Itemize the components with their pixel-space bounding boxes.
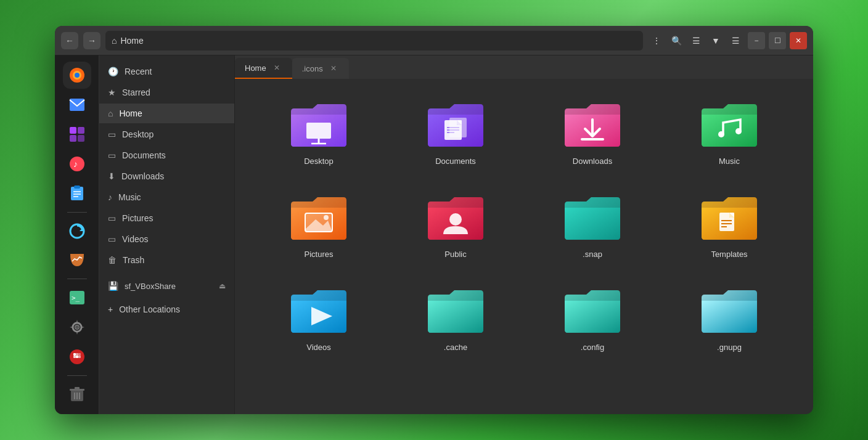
- view-dropdown-button[interactable]: ▼: [707, 32, 724, 49]
- folder-public[interactable]: Public: [390, 184, 521, 265]
- documents-icon: ▭: [108, 150, 116, 160]
- svg-rect-24: [76, 353, 78, 356]
- back-button[interactable]: ←: [61, 32, 78, 49]
- folder-public-label: Public: [444, 250, 466, 259]
- sidebar-item-vboxshare[interactable]: 💾 sf_VBoxShare ⏏: [99, 276, 234, 296]
- svg-point-46: [718, 131, 724, 137]
- svg-point-51: [449, 213, 462, 226]
- taskbar-music[interactable]: ♪: [63, 150, 91, 177]
- folder-documents-icon: [422, 97, 489, 153]
- sidebar-label-desktop: Desktop: [122, 129, 154, 139]
- sidebar-item-recent[interactable]: 🕐 Recent: [99, 62, 234, 81]
- folder-pictures[interactable]: Pictures: [253, 184, 384, 265]
- folder-templates-icon: [695, 190, 763, 246]
- videos-icon: ▭: [108, 234, 116, 244]
- menu-button[interactable]: ☰: [727, 32, 744, 49]
- folder-downloads-icon: [559, 97, 626, 153]
- folder-gnupg[interactable]: .gnupg: [664, 277, 795, 358]
- folder-pictures-icon: [285, 190, 353, 246]
- svg-rect-31: [75, 387, 80, 389]
- folder-templates[interactable]: Templates: [664, 184, 795, 265]
- folder-cache-icon: [422, 283, 489, 339]
- sidebar-item-downloads[interactable]: ⬇ Downloads: [99, 166, 234, 186]
- taskbar-firefox[interactable]: [63, 62, 91, 89]
- search-button[interactable]: 🔍: [668, 32, 685, 49]
- taskbar-appgrid[interactable]: [63, 343, 91, 370]
- starred-icon: ★: [108, 88, 116, 97]
- tab-home-close[interactable]: ✕: [271, 62, 282, 73]
- file-grid: Desktop: [235, 79, 813, 414]
- sidebar-other-locations[interactable]: + Other Locations: [99, 299, 234, 319]
- tab-icons[interactable]: .icons ✕: [292, 58, 349, 79]
- svg-rect-26: [73, 356, 76, 358]
- folder-config[interactable]: .config: [527, 277, 658, 358]
- eject-button[interactable]: ⏏: [219, 282, 226, 290]
- folder-cache-label: .cache: [444, 343, 467, 352]
- sidebar-item-trash[interactable]: 🗑 Trash: [99, 250, 234, 270]
- sidebar-label-videos: Videos: [122, 234, 149, 244]
- sidebar-label-pictures: Pictures: [122, 213, 154, 223]
- maximize-button[interactable]: ☐: [769, 32, 786, 49]
- forward-button[interactable]: →: [83, 32, 100, 49]
- taskbar-separator-3: [67, 375, 87, 376]
- sidebar-label-recent: Recent: [125, 67, 152, 76]
- titlebar: ← → ⌂ Home ⋮ 🔍 ☰ ▼ ☰ − ☐ ✕: [55, 26, 813, 55]
- tab-home[interactable]: Home ✕: [235, 58, 292, 79]
- taskbar-trash[interactable]: [63, 381, 91, 408]
- svg-rect-27: [76, 356, 78, 358]
- sidebar-item-videos[interactable]: ▭ Videos: [99, 229, 234, 249]
- folder-videos[interactable]: Videos: [253, 277, 384, 358]
- tab-home-label: Home: [245, 63, 266, 73]
- content-area: Home ✕ .icons ✕: [235, 55, 813, 414]
- sidebar-item-starred[interactable]: ★ Starred: [99, 83, 234, 102]
- folder-desktop-icon: [285, 97, 353, 153]
- svg-rect-25: [78, 353, 81, 356]
- minimize-button[interactable]: −: [748, 32, 765, 49]
- folder-documents-label: Documents: [435, 157, 476, 166]
- folder-music-label: Music: [719, 157, 740, 166]
- view-list-button[interactable]: ☰: [687, 32, 705, 49]
- taskbar-settings[interactable]: [63, 314, 91, 341]
- svg-rect-43: [449, 118, 467, 137]
- folder-config-label: .config: [581, 343, 604, 352]
- tab-icons-close[interactable]: ✕: [328, 63, 339, 74]
- sidebar-item-home[interactable]: ⌂ Home: [99, 104, 234, 123]
- folder-documents[interactable]: Documents: [390, 91, 521, 172]
- sidebar-item-documents[interactable]: ▭ Documents: [99, 145, 234, 165]
- svg-rect-3: [70, 99, 84, 111]
- taskbar-workspace[interactable]: [63, 121, 91, 148]
- taskbar-monitor[interactable]: [63, 246, 91, 274]
- taskbar-mail[interactable]: [63, 91, 91, 118]
- sidebar-item-pictures[interactable]: ▭ Pictures: [99, 208, 234, 228]
- folder-cache[interactable]: .cache: [390, 277, 521, 358]
- menu-dots-button[interactable]: ⋮: [648, 32, 665, 49]
- taskbar: ♪: [55, 55, 99, 414]
- address-text: Home: [120, 36, 143, 46]
- folder-desktop[interactable]: Desktop: [253, 91, 384, 172]
- folder-pictures-label: Pictures: [305, 250, 334, 259]
- folder-music[interactable]: Music: [664, 91, 795, 172]
- folder-config-icon: [559, 283, 626, 339]
- svg-text:>_: >_: [72, 294, 80, 302]
- svg-rect-7: [78, 135, 84, 142]
- folder-templates-label: Templates: [711, 250, 747, 259]
- downloads-icon: ⬇: [108, 171, 115, 181]
- folder-gnupg-label: .gnupg: [717, 343, 742, 352]
- desktop-icon: ▭: [108, 129, 116, 139]
- svg-rect-53: [729, 213, 734, 218]
- address-bar[interactable]: ⌂ Home: [105, 31, 643, 51]
- taskbar-update[interactable]: [63, 218, 91, 245]
- folder-music-icon: [695, 97, 763, 153]
- add-icon: +: [108, 304, 113, 314]
- taskbar-terminal[interactable]: >_: [63, 284, 91, 311]
- folder-downloads[interactable]: Downloads: [527, 91, 658, 172]
- folder-snap[interactable]: .snap: [527, 184, 658, 265]
- sidebar: 🕐 Recent ★ Starred ⌂ Home ▭ Desktop ▭ Do…: [99, 55, 235, 414]
- close-button[interactable]: ✕: [790, 32, 807, 49]
- taskbar-clipboard[interactable]: [63, 180, 91, 207]
- sidebar-item-music[interactable]: ♪ Music: [99, 187, 234, 207]
- taskbar-separator-2: [67, 279, 87, 279]
- svg-rect-23: [73, 353, 76, 356]
- svg-rect-10: [71, 187, 83, 200]
- sidebar-item-desktop[interactable]: ▭ Desktop: [99, 124, 234, 144]
